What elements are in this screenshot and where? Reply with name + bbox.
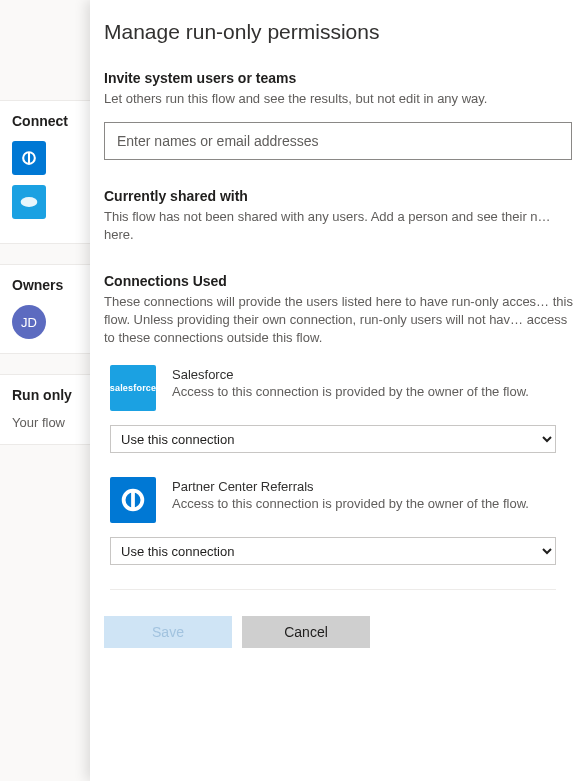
bg-title-connections: Connect bbox=[12, 113, 80, 129]
button-row: Save Cancel bbox=[104, 616, 574, 648]
connections-heading: Connections Used bbox=[104, 273, 574, 289]
permissions-panel: Manage run-only permissions Invite syste… bbox=[90, 0, 574, 781]
bg-card-connections: Connect bbox=[0, 100, 90, 244]
cancel-button[interactable]: Cancel bbox=[242, 616, 370, 648]
bg-title-owners: Owners bbox=[12, 277, 80, 293]
salesforce-icon: salesforce bbox=[110, 365, 156, 411]
bg-card-owners: Owners JD bbox=[0, 264, 90, 354]
salesforce-icon bbox=[12, 185, 46, 219]
connection-name: Partner Center Referrals bbox=[172, 479, 529, 494]
invite-heading: Invite system users or teams bbox=[104, 70, 574, 86]
connection-sub: Access to this connection is provided by… bbox=[172, 495, 529, 513]
partner-center-connection-select[interactable]: Use this connection bbox=[110, 537, 556, 565]
connection-name: Salesforce bbox=[172, 367, 529, 382]
partner-center-icon bbox=[12, 141, 46, 175]
invite-desc: Let others run this flow and see the res… bbox=[104, 90, 574, 108]
shared-desc: This flow has not been shared with any u… bbox=[104, 208, 574, 244]
background-column: Connect Owners JD Run only Your flow bbox=[0, 0, 90, 781]
shared-heading: Currently shared with bbox=[104, 188, 574, 204]
bg-card-runonly: Run only Your flow bbox=[0, 374, 90, 445]
divider bbox=[110, 589, 556, 590]
connection-sub: Access to this connection is provided by… bbox=[172, 383, 529, 401]
svg-point-1 bbox=[21, 197, 38, 207]
owner-avatar: JD bbox=[12, 305, 46, 339]
panel-title: Manage run-only permissions bbox=[104, 20, 574, 44]
save-button[interactable]: Save bbox=[104, 616, 232, 648]
bg-title-runonly: Run only bbox=[12, 387, 80, 403]
connections-desc: These connections will provide the users… bbox=[104, 293, 574, 348]
partner-center-icon bbox=[110, 477, 156, 523]
bg-runonly-body: Your flow bbox=[12, 415, 80, 430]
salesforce-connection-select[interactable]: Use this connection bbox=[110, 425, 556, 453]
connection-item-partner-center: Partner Center Referrals Access to this … bbox=[104, 477, 574, 523]
invite-input[interactable] bbox=[104, 122, 572, 160]
connection-item-salesforce: salesforce Salesforce Access to this con… bbox=[104, 365, 574, 411]
